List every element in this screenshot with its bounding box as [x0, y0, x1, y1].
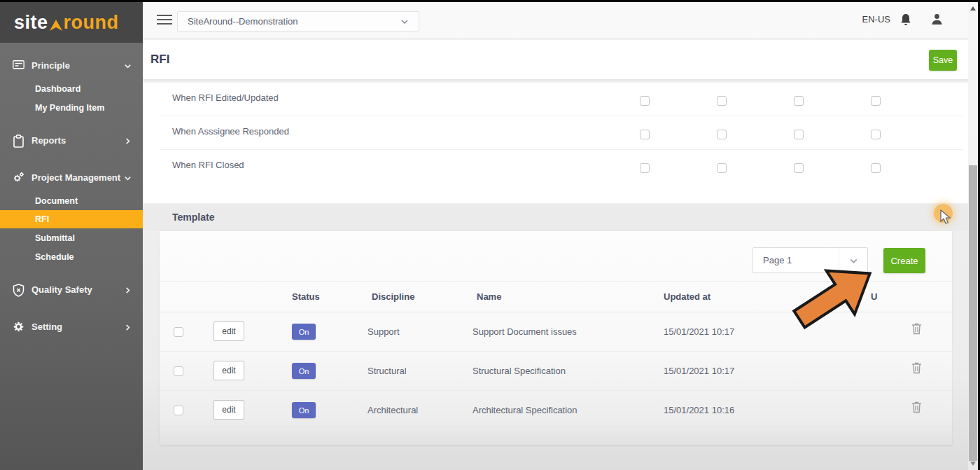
checkbox[interactable]	[640, 163, 650, 173]
row-checkbox[interactable]	[174, 406, 183, 415]
column-header-name: Name	[477, 291, 501, 302]
trash-icon[interactable]	[911, 322, 922, 335]
topbar: SiteAround--Demonstration EN-US	[143, 2, 980, 39]
sidebar-item-principle[interactable]: Principle	[0, 51, 143, 79]
cell-updated-at: 15/01/2021 10:17	[664, 326, 734, 337]
trash-icon[interactable]	[911, 361, 922, 374]
checkbox[interactable]	[794, 96, 804, 106]
app-window: site round Principle Dashboard My Pendin	[0, 0, 980, 470]
cell-discipline: Support	[368, 326, 400, 337]
trash-icon[interactable]	[911, 401, 922, 413]
sidebar-item-reports[interactable]: Reports	[0, 126, 143, 154]
sidebar-nav: Principle Dashboard My Pending Item Repo…	[0, 43, 143, 340]
notification-row-label: When RFI Edited/Updated	[172, 92, 279, 103]
scrollbar-thumb[interactable]	[969, 165, 977, 461]
gears-icon	[13, 172, 24, 184]
logo-band: site round	[0, 2, 143, 43]
chevron-right-icon	[124, 323, 132, 331]
scroll-up-arrow[interactable]	[968, 4, 978, 13]
notification-settings-card: When RFI Edited/Updated When Asssignee R…	[143, 83, 980, 203]
chevron-down-icon	[124, 174, 132, 181]
cell-updated-at: 15/01/2021 10:17	[664, 366, 734, 376]
locale-label: EN-US	[862, 14, 890, 25]
page-header: RFI Save	[143, 40, 980, 79]
annotation-arrow-icon	[790, 261, 888, 331]
sidebar-item-submittal[interactable]: Submittal	[0, 228, 143, 247]
gear-icon	[13, 321, 24, 333]
checkbox[interactable]	[871, 163, 881, 173]
sidebar-item-dashboard[interactable]: Dashboard	[0, 79, 143, 98]
template-section-title: Template	[172, 212, 214, 223]
status-badge[interactable]: On	[292, 324, 316, 340]
sidebar-item-project-management[interactable]: Project Management	[0, 163, 143, 191]
column-header-updated-at: Updated at	[664, 291, 710, 302]
card-icon	[13, 60, 24, 71]
checkbox[interactable]	[717, 163, 727, 173]
sidebar-item-label: Principle	[31, 60, 70, 71]
window-edge	[0, 0, 980, 2]
user-avatar-icon[interactable]	[930, 13, 944, 26]
app-logo[interactable]: site round	[14, 12, 119, 34]
notification-row: When RFI Edited/Updated	[160, 83, 963, 116]
cell-name: Architectural Specification	[472, 405, 578, 415]
mouse-cursor-icon	[939, 209, 953, 225]
checkbox[interactable]	[871, 130, 881, 139]
cell-name: Structural Specification	[472, 366, 566, 376]
notification-bell-icon[interactable]	[899, 13, 912, 27]
checkbox[interactable]	[794, 163, 804, 173]
notification-row: When Asssignee Responded	[160, 116, 963, 150]
status-badge[interactable]: On	[292, 402, 316, 418]
logo-text-site: site	[14, 12, 48, 34]
table-row: edit On Architectural Architectural Spec…	[160, 391, 952, 430]
cell-discipline: Structural	[368, 366, 407, 376]
save-button[interactable]: Save	[929, 50, 957, 71]
project-selector[interactable]: SiteAround--Demonstration	[177, 11, 419, 32]
status-badge[interactable]: On	[292, 363, 316, 379]
edit-button[interactable]: edit	[214, 322, 244, 341]
sidebar-item-document[interactable]: Document	[0, 191, 143, 210]
template-section-header: Template	[143, 205, 980, 231]
checkbox[interactable]	[717, 96, 727, 106]
chevron-down-icon	[124, 62, 132, 69]
checkbox[interactable]	[871, 96, 881, 106]
cell-updated-at: 15/01/2021 10:16	[664, 405, 734, 415]
logo-triangle-icon	[49, 15, 63, 29]
sidebar-item-my-pending-item[interactable]: My Pending Item	[0, 98, 143, 117]
row-checkbox[interactable]	[174, 327, 183, 337]
sidebar-item-label: Project Management	[31, 172, 120, 183]
sidebar-item-label: Reports	[31, 135, 66, 146]
notification-row-label: When Asssignee Responded	[172, 126, 289, 137]
sidebar-item-setting[interactable]: Setting	[0, 312, 143, 340]
project-selector-value: SiteAround--Demonstration	[188, 16, 298, 27]
main-area: SiteAround--Demonstration EN-US RFI Save…	[143, 2, 980, 470]
checkbox[interactable]	[640, 130, 650, 139]
scroll-down-arrow[interactable]	[968, 459, 978, 469]
table-row: edit On Structural Structural Specificat…	[160, 352, 952, 391]
edit-button[interactable]: edit	[214, 400, 244, 420]
sidebar-item-rfi[interactable]: RFI	[0, 210, 143, 228]
sidebar-item-label: Quality Safety	[31, 284, 92, 295]
sidebar-item-quality-safety[interactable]: Quality Safety	[0, 275, 143, 303]
checkbox[interactable]	[640, 96, 650, 106]
chevron-right-icon	[124, 137, 132, 144]
page-title: RFI	[150, 53, 169, 67]
hamburger-menu-icon[interactable]	[157, 15, 172, 26]
shield-icon	[13, 284, 24, 296]
edit-button[interactable]: edit	[214, 361, 244, 380]
page-selector-value: Page 1	[753, 255, 792, 265]
notification-row: When RFI Closed	[160, 150, 963, 202]
vertical-scrollbar[interactable]	[968, 2, 978, 470]
column-header-discipline: Discipline	[372, 291, 414, 302]
cell-name: Support Document issues	[472, 326, 577, 337]
checkbox[interactable]	[794, 130, 804, 139]
sidebar: site round Principle Dashboard My Pendin	[0, 2, 143, 470]
clipboard-icon	[13, 134, 24, 146]
notification-row-label: When RFI Closed	[172, 160, 244, 170]
create-button[interactable]: Create	[883, 248, 925, 273]
checkbox[interactable]	[717, 130, 727, 139]
cell-discipline: Architectural	[368, 405, 418, 415]
row-checkbox[interactable]	[174, 366, 183, 376]
logo-text-round: round	[64, 12, 119, 34]
chevron-right-icon	[124, 286, 132, 293]
sidebar-item-schedule[interactable]: Schedule	[0, 247, 143, 266]
